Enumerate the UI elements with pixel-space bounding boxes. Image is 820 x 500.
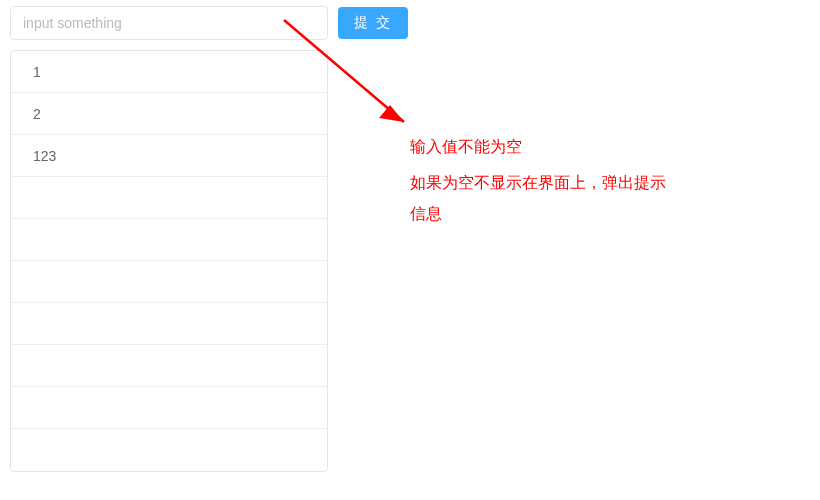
submit-button[interactable]: 提 交 xyxy=(338,7,408,39)
list-item xyxy=(11,219,327,261)
list-item xyxy=(11,303,327,345)
list-item: 123 xyxy=(11,135,327,177)
annotation-line-2: 如果为空不显示在界面上，弹出提示信息 xyxy=(410,168,680,229)
list-item xyxy=(11,261,327,303)
list-item xyxy=(11,429,327,471)
annotation-text: 输入值不能为空 如果为空不显示在界面上，弹出提示信息 xyxy=(410,132,680,235)
list-item xyxy=(11,387,327,429)
svg-marker-1 xyxy=(379,105,404,122)
list-item xyxy=(11,345,327,387)
annotation-line-1: 输入值不能为空 xyxy=(410,132,680,162)
item-list: 1 2 123 xyxy=(10,50,328,472)
main-input[interactable] xyxy=(10,6,328,40)
list-item: 2 xyxy=(11,93,327,135)
input-row: 提 交 xyxy=(10,6,810,40)
list-item: 1 xyxy=(11,51,327,93)
list-item xyxy=(11,177,327,219)
